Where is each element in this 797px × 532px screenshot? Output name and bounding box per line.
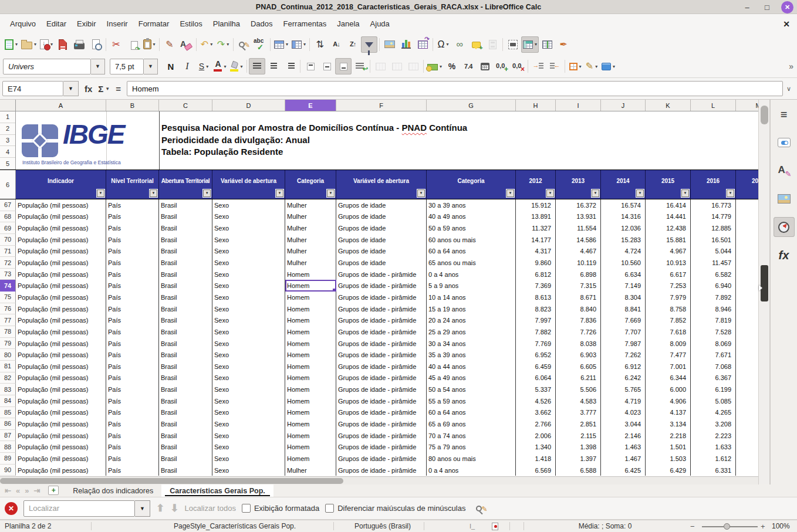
cell-M68[interactable]: [736, 211, 758, 223]
formula-input[interactable]: [127, 81, 783, 96]
sheet-tab-active[interactable]: Características Gerais Pop.: [161, 484, 273, 497]
row-header-67[interactable]: 67: [0, 199, 16, 211]
cell-B77[interactable]: País: [106, 314, 159, 326]
horizontal-scrollbar[interactable]: [0, 476, 758, 484]
sum-dropdown[interactable]: ▼: [105, 86, 110, 92]
row-header-83[interactable]: 83: [0, 384, 16, 395]
cell-J88[interactable]: 1.463: [601, 441, 646, 453]
cell-H71[interactable]: 4.317: [516, 246, 556, 257]
cell-G83[interactable]: 50 a 54 anos: [427, 384, 516, 395]
cell-G87[interactable]: 70 a 74 anos: [427, 430, 516, 442]
cell-M87[interactable]: [736, 430, 758, 442]
cell-I67[interactable]: 16.372: [556, 199, 601, 211]
cell-E83[interactable]: Homem: [285, 384, 336, 395]
match-case-checkbox[interactable]: Diferenciar maiúsculas de minúsculas: [325, 504, 465, 513]
table-header-7[interactable]: Categoria▼: [427, 170, 516, 199]
cell-J90[interactable]: 6.425: [601, 465, 646, 476]
autofilter-dropdown-4[interactable]: ▼: [276, 189, 283, 197]
cell-D85[interactable]: Sexo: [212, 407, 285, 419]
align-bottom-button[interactable]: [335, 58, 352, 74]
cell-D80[interactable]: Sexo: [212, 349, 285, 361]
cell-M89[interactable]: [736, 453, 758, 465]
background-color-dropdown[interactable]: ▾: [613, 64, 615, 69]
cell-A67[interactable]: População (mil pessoas): [16, 199, 106, 211]
cell-F84[interactable]: Grupos de idade - pirâmide: [336, 395, 427, 407]
cell-H67[interactable]: 15.912: [516, 199, 556, 211]
cell-J70[interactable]: 15.283: [601, 234, 646, 246]
checkbox-box[interactable]: [242, 504, 251, 513]
cell-C71[interactable]: Brasil: [159, 246, 212, 257]
cell-H69[interactable]: 11.327: [516, 222, 556, 234]
cell-C74[interactable]: Brasil: [159, 280, 212, 292]
cell-F83[interactable]: Grupos de idade - pirâmide: [336, 384, 427, 395]
zoom-level[interactable]: 100%: [772, 520, 790, 532]
cell-K88[interactable]: 1.501: [646, 441, 691, 453]
cell-I87[interactable]: 2.115: [556, 430, 601, 442]
cell-M67[interactable]: [736, 199, 758, 211]
first-sheet-button[interactable]: ⇤: [5, 486, 11, 495]
cell-G86[interactable]: 65 a 69 anos: [427, 418, 516, 430]
insert-column-button[interactable]: ▾: [290, 36, 308, 53]
cell-L89[interactable]: 1.612: [691, 453, 736, 465]
cell-J74[interactable]: 7.149: [601, 280, 646, 292]
equals-icon[interactable]: =: [116, 84, 121, 94]
date-format-button[interactable]: [477, 58, 493, 74]
sort-button[interactable]: ⇅: [312, 36, 328, 53]
horizontal-scrollbar-thumb[interactable]: [0, 478, 343, 484]
cell-L69[interactable]: 12.885: [691, 222, 736, 234]
cell-F86[interactable]: Grupos de idade - pirâmide: [336, 418, 427, 430]
cell-J87[interactable]: 2.146: [601, 430, 646, 442]
column-header-K[interactable]: K: [646, 100, 691, 111]
cell-D71[interactable]: Sexo: [212, 246, 285, 257]
cell-G68[interactable]: 40 a 49 anos: [427, 211, 516, 223]
cell-H73[interactable]: 6.812: [516, 269, 556, 280]
cell-M77[interactable]: [736, 314, 758, 326]
cell-L67[interactable]: 16.773: [691, 199, 736, 211]
cell-A88[interactable]: População (mil pessoas): [16, 441, 106, 453]
border-style-dropdown[interactable]: ▾: [595, 64, 597, 69]
autofilter-dropdown-9[interactable]: ▼: [592, 189, 599, 197]
sort-ascending-button[interactable]: A↓: [328, 36, 345, 53]
minimize-button[interactable]: –: [741, 1, 753, 13]
column-header-I[interactable]: I: [556, 100, 601, 111]
cell-K90[interactable]: 6.429: [646, 465, 691, 476]
underline-button[interactable]: S▾: [195, 58, 212, 74]
cell-A76[interactable]: População (mil pessoas): [16, 303, 106, 315]
cell-K84[interactable]: 4.906: [646, 395, 691, 407]
table-header-11[interactable]: 2015▼: [646, 170, 691, 199]
italic-button[interactable]: I: [179, 58, 195, 74]
cell-E87[interactable]: Homem: [285, 430, 336, 442]
cell-A74[interactable]: População (mil pessoas): [16, 280, 106, 292]
cell-K70[interactable]: 15.881: [646, 234, 691, 246]
cell-C83[interactable]: Brasil: [159, 384, 212, 395]
cell-H84[interactable]: 4.526: [516, 395, 556, 407]
cell-A89[interactable]: População (mil pessoas): [16, 453, 106, 465]
paste-dropdown[interactable]: ▾: [153, 42, 156, 47]
increase-indent-button[interactable]: [530, 58, 546, 74]
copy-button[interactable]: [124, 36, 141, 53]
cell-C87[interactable]: Brasil: [159, 430, 212, 442]
cell-K78[interactable]: 7.618: [646, 326, 691, 338]
find-replace-button[interactable]: [235, 36, 252, 53]
cell-H74[interactable]: 7.369: [516, 280, 556, 292]
save-button[interactable]: ▾: [38, 36, 55, 53]
cell-M82[interactable]: [736, 372, 758, 384]
row-header-73[interactable]: 73: [0, 269, 16, 280]
row-header-88[interactable]: 88: [0, 441, 16, 453]
cell-B87[interactable]: País: [106, 430, 159, 442]
cell-I90[interactable]: 6.588: [556, 465, 601, 476]
cell-M74[interactable]: [736, 280, 758, 292]
cell-I75[interactable]: 8.671: [556, 292, 601, 303]
font-color-dropdown[interactable]: ▾: [224, 64, 226, 69]
cell-F71[interactable]: Grupos de idade: [336, 246, 427, 257]
cell-J77[interactable]: 7.669: [601, 314, 646, 326]
cell-G88[interactable]: 75 a 79 anos: [427, 441, 516, 453]
cell-M75[interactable]: [736, 292, 758, 303]
cell-C72[interactable]: Brasil: [159, 257, 212, 269]
cell-F82[interactable]: Grupos de idade - pirâmide: [336, 372, 427, 384]
row-header-78[interactable]: 78: [0, 326, 16, 338]
cell-L70[interactable]: 16.501: [691, 234, 736, 246]
menu-item-exibir[interactable]: Exibir: [72, 17, 102, 31]
column-header-J[interactable]: J: [601, 100, 646, 111]
autofilter-dropdown-3[interactable]: ▼: [203, 189, 211, 197]
